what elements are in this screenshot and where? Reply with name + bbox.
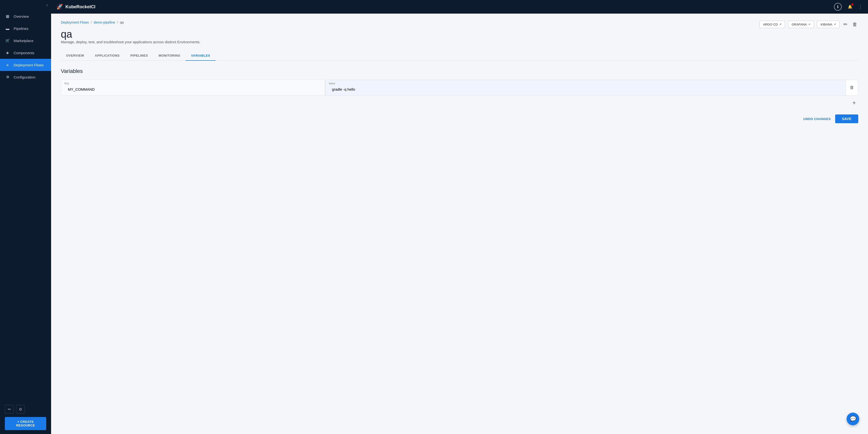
variable-key-input[interactable] [64,85,321,93]
tab-pipelines[interactable]: PIPELINES [125,51,153,61]
variable-key-wrapper: Key [61,80,325,95]
breadcrumb-sep-1: / [91,21,92,24]
breadcrumb-sep-2: / [117,21,118,24]
app-title: KubeRocketCI [65,4,95,9]
argo-cd-ext-icon: ↗ [779,23,781,26]
sidebar-nav: ▦ Overview ▬ Pipelines 🛒 Marketplace ◈ C… [0,10,51,401]
kibana-ext-icon: ↗ [834,23,836,26]
page-title: qa [61,29,858,40]
argo-cd-label: ARGO CD [763,23,778,26]
topbar-actions: ℹ 🔔 ⋮ [834,3,863,11]
marketplace-nav-icon: 🛒 [5,38,10,43]
trash-icon: 🗑 [850,85,854,90]
sidebar-item-marketplace[interactable]: 🛒 Marketplace [0,34,51,47]
sidebar-item-label-configuration: Configuration [13,75,35,79]
sidebar-item-deployment-flows[interactable]: ≡ Deployment Flows [0,59,51,71]
topbar-brand: 🚀 KubeRocketCI [56,4,831,10]
header-actions: ARGO CD↗GRAFANA↗KIBANA↗ ✏ 🗑 [760,21,858,28]
info-button[interactable]: ℹ [834,3,842,11]
topbar-menu-button[interactable]: ⋮ [858,4,863,9]
tab-applications[interactable]: APPLICATIONS [90,51,125,61]
breadcrumb: Deployment Flows / demo-pipeline / qa [61,21,124,24]
fab-chat-button[interactable]: 💬 [846,412,859,425]
sidebar-item-configuration[interactable]: ⚙ Configuration [0,71,51,83]
sidebar-bottom: ✏⚙ + CREATE RESOURCE [0,401,51,434]
configuration-nav-icon: ⚙ [5,74,10,80]
breadcrumb-deployment-flows[interactable]: Deployment Flows [61,21,89,24]
deployment-flows-nav-icon: ≡ [5,62,10,68]
edit-page-button[interactable]: ✏ [842,21,848,28]
value-label: Value [329,82,842,85]
settings-tool-button[interactable]: ⚙ [16,405,25,413]
add-variable-row: + [61,98,858,107]
grafana-ext-icon: ↗ [808,23,810,26]
delete-page-button[interactable]: 🗑 [851,21,858,28]
grafana-label: GRAFANA [792,23,807,26]
variable-value-wrapper: Value [325,80,846,95]
sidebar-item-overview[interactable]: ▦ Overview [0,10,51,22]
edit-tool-button[interactable]: ✏ [5,405,13,413]
pipelines-nav-icon: ▬ [5,26,10,31]
delete-icon: 🗑 [852,22,857,27]
variable-delete-button[interactable]: 🗑 [846,80,858,95]
chat-icon: 💬 [850,416,856,422]
tab-monitoring[interactable]: MONITORING [153,51,186,61]
rocket-icon: 🚀 [56,4,63,10]
overview-nav-icon: ▦ [5,13,10,19]
tab-overview[interactable]: OVERVIEW [61,51,90,61]
sidebar-item-pipelines[interactable]: ▬ Pipelines [0,22,51,34]
notification-dot [851,3,854,5]
info-icon: ℹ [837,5,839,9]
sidebar: ‹ ▦ Overview ▬ Pipelines 🛒 Marketplace ◈… [0,0,51,434]
breadcrumb-current: qa [120,21,124,24]
create-resource-button[interactable]: + CREATE RESOURCE [5,417,46,430]
breadcrumb-demo-pipeline[interactable]: demo-pipeline [94,21,115,24]
sidebar-tools: ✏⚙ [5,405,46,413]
notification-icon: 🔔 [848,5,852,9]
main-container: 🚀 KubeRocketCI ℹ 🔔 ⋮ Deployment Flows / [51,0,868,434]
key-label: Key [64,82,321,85]
collapse-icon: ‹ [46,3,48,7]
tabs: OVERVIEWAPPLICATIONSPIPELINESMONITORINGV… [61,51,858,61]
add-variable-button[interactable]: + [850,98,858,107]
sidebar-item-label-pipelines: Pipelines [13,27,28,31]
sidebar-collapse-button[interactable]: ‹ [0,0,51,10]
edit-icon: ✏ [843,22,847,27]
argo-cd-button[interactable]: ARGO CD↗ [760,21,785,28]
kibana-label: KIBANA [820,23,832,26]
sidebar-item-components[interactable]: ◈ Components [0,47,51,59]
sidebar-item-label-marketplace: Marketplace [13,39,34,43]
menu-icon: ⋮ [858,4,863,9]
sidebar-item-label-deployment-flows: Deployment Flows [13,63,43,67]
save-row: UNDO CHANGES SAVE [61,114,858,123]
kibana-button[interactable]: KIBANA↗ [817,21,840,28]
plus-icon: + [852,99,856,106]
variable-row: Key Value 🗑 [61,80,858,96]
save-button[interactable]: SAVE [835,114,858,123]
components-nav-icon: ◈ [5,50,10,56]
topbar: 🚀 KubeRocketCI ℹ 🔔 ⋮ [51,0,868,13]
page-subtitle: Manage, deploy, test, and troubleshoot y… [61,40,858,44]
variable-value-input[interactable] [329,85,842,93]
grafana-button[interactable]: GRAFANA↗ [788,21,814,28]
content-area: Deployment Flows / demo-pipeline / qa AR… [51,13,868,434]
tab-variables[interactable]: VARIABLES [186,51,216,61]
sidebar-item-label-components: Components [13,51,34,55]
content-inner: Deployment Flows / demo-pipeline / qa AR… [51,13,868,130]
undo-changes-button[interactable]: UNDO CHANGES [803,117,831,121]
notification-button[interactable]: 🔔 [846,3,854,11]
variables-section-title: Variables [61,68,858,74]
sidebar-item-label-overview: Overview [13,14,29,19]
